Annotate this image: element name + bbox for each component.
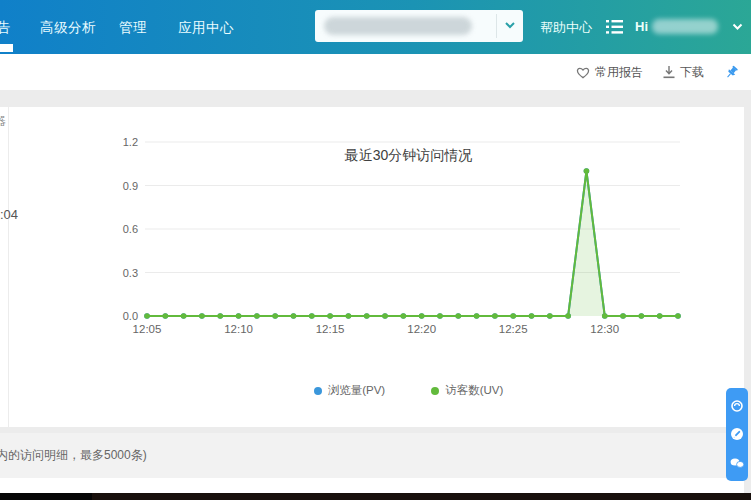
pin-button[interactable] xyxy=(724,65,739,80)
svg-text:12:15: 12:15 xyxy=(316,323,345,335)
pv-legend-dot xyxy=(314,387,322,395)
chart-legend: 浏览量(PV) 访客数(UV) xyxy=(137,383,680,398)
site-selector-dropdown[interactable] xyxy=(315,10,523,42)
top-navbar: 告 高级分析 管理 应用中心 帮助中心 Hi xyxy=(0,0,751,54)
selector-divider xyxy=(496,14,497,38)
svg-text:0.6: 0.6 xyxy=(123,223,138,235)
svg-text:12:25: 12:25 xyxy=(499,323,528,335)
favorite-reports-label: 常用报告 xyxy=(595,64,643,81)
pv-legend-label: 浏览量(PV) xyxy=(328,383,386,398)
visit-detail-note: 内的访问明细，最多5000条) xyxy=(0,447,147,464)
nav-item-advanced-analysis[interactable]: 高级分析 xyxy=(40,19,96,37)
support-button[interactable] xyxy=(729,398,745,414)
chart-area: 最近30分钟访问情况 0.00.30.60.91.212:0512:1012:1… xyxy=(8,107,744,427)
nav-item-report-partial[interactable]: 告 xyxy=(0,19,11,37)
svg-text:12:05: 12:05 xyxy=(133,323,162,335)
download-label: 下载 xyxy=(680,64,704,81)
favorite-reports-button[interactable]: 常用报告 xyxy=(576,64,643,81)
visit-detail-header: 内的访问明细，最多5000条) xyxy=(0,433,744,478)
svg-text:0.9: 0.9 xyxy=(123,180,138,192)
site-name-redacted-blob xyxy=(324,17,472,35)
help-center-link[interactable]: 帮助中心 xyxy=(540,19,592,37)
svg-text:1.2: 1.2 xyxy=(123,136,138,148)
legend-item-pv[interactable]: 浏览量(PV) xyxy=(314,383,386,398)
headset-icon xyxy=(730,399,744,413)
report-toolbar: 常用报告 下载 xyxy=(0,54,751,90)
nav-item-manage[interactable]: 管理 xyxy=(119,19,147,37)
realtime-chart-card: 器 :04 最近30分钟访问情况 0.00.30.60.91.212:0512:… xyxy=(0,107,744,427)
chat-icon xyxy=(730,457,745,469)
nav-item-app-center[interactable]: 应用中心 xyxy=(178,19,234,37)
svg-text:12:10: 12:10 xyxy=(224,323,253,335)
bottom-bar-dark-segment xyxy=(0,493,92,500)
pencil-icon xyxy=(730,427,744,441)
chevron-down-icon[interactable] xyxy=(732,23,743,30)
left-panel-text-fragment: 器 xyxy=(0,113,6,130)
svg-text:12:20: 12:20 xyxy=(407,323,436,335)
floating-action-panel xyxy=(726,388,748,481)
greeting-text: Hi xyxy=(635,19,648,34)
feedback-button[interactable] xyxy=(729,426,745,442)
username-redacted-blob xyxy=(652,19,718,34)
legend-item-uv[interactable]: 访客数(UV) xyxy=(431,383,503,398)
pushpin-icon xyxy=(724,65,739,80)
active-tab-indicator xyxy=(0,44,13,52)
svg-text:0.0: 0.0 xyxy=(123,310,138,322)
svg-text:0.3: 0.3 xyxy=(123,267,138,279)
line-chart-canvas: 0.00.30.60.91.212:0512:1012:1512:2012:25… xyxy=(8,107,744,357)
visit-detail-section: 内的访问明细，最多5000条) xyxy=(0,433,744,493)
heart-icon xyxy=(576,66,590,79)
download-icon xyxy=(663,66,675,79)
chevron-down-icon xyxy=(504,21,516,29)
download-button[interactable]: 下载 xyxy=(663,64,704,81)
bottom-black-bar xyxy=(0,493,751,500)
uv-legend-label: 访客数(UV) xyxy=(445,383,503,398)
list-icon[interactable] xyxy=(606,20,623,34)
chat-button[interactable] xyxy=(729,455,745,471)
uv-legend-dot xyxy=(431,387,439,395)
svg-text:12:30: 12:30 xyxy=(590,323,619,335)
